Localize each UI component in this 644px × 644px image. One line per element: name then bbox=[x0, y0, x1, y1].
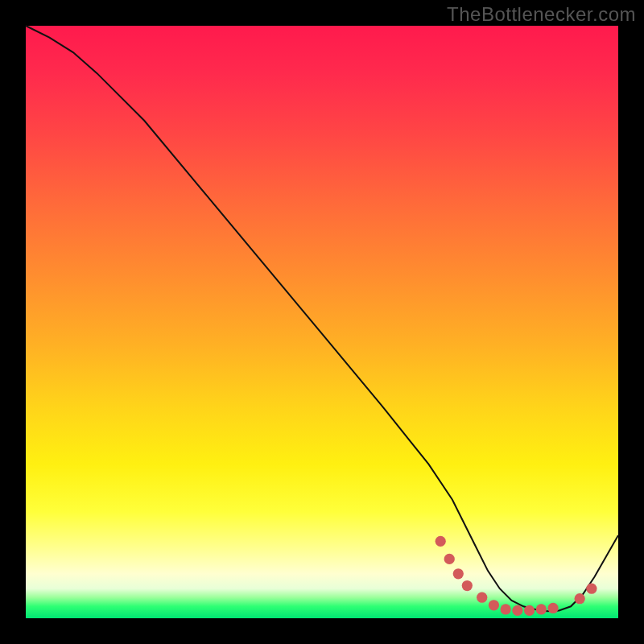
marker-dot bbox=[547, 603, 558, 613]
marker-dot bbox=[436, 536, 446, 547]
marker-dot bbox=[524, 605, 535, 616]
bottleneck-curve bbox=[26, 26, 618, 611]
marker-dot bbox=[453, 568, 464, 579]
marker-dot bbox=[586, 584, 597, 594]
marker-dot bbox=[477, 592, 487, 603]
marker-dot bbox=[536, 604, 547, 614]
plot-area bbox=[26, 26, 618, 618]
marker-dot bbox=[575, 593, 585, 604]
marker-dot bbox=[444, 554, 455, 564]
watermark-text: TheBottlenecker.com bbox=[447, 3, 636, 26]
marker-dot bbox=[512, 605, 522, 616]
chart-frame: TheBottlenecker.com bbox=[0, 0, 644, 644]
marker-dot bbox=[462, 580, 473, 591]
chart-svg bbox=[26, 26, 618, 618]
marker-dot bbox=[489, 600, 499, 610]
marker-dot bbox=[501, 604, 511, 614]
